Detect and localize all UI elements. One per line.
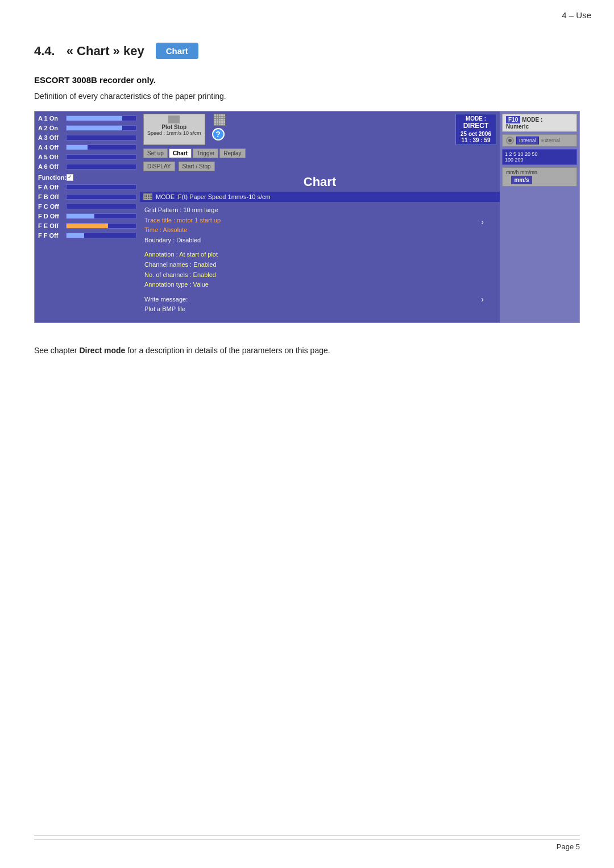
grid-pattern-line: Grid Pattern : 10 mm large [144,205,495,216]
page-number: Page 5 [557,842,580,851]
grid-section: Grid Pattern : 10 mm large Trace title :… [144,205,495,245]
channel-fb[interactable]: F B Off [35,192,140,201]
ui-screenshot: A 1 On A 2 On A 3 Off A 4 Off [34,111,580,323]
channel-fa-bar [66,184,136,190]
section-title: « Chart » key [67,44,144,59]
channel-a4[interactable]: A 4 Off [35,143,140,152]
internal-icon [506,137,514,144]
chart-big-label: Chart [304,175,336,189]
channel-a5-bar [66,154,136,160]
channel-ff-bar-fill [67,233,84,238]
bottom-text: See chapter Direct mode for a descriptio… [34,346,580,355]
function-label: Function: [38,174,67,181]
mode-right-value: Numeric [506,123,573,130]
trace-title-line: Trace title : motor 1 start up › [144,216,495,226]
mode-label: MODE : [466,115,486,122]
channel-fd-bar-fill [67,214,94,218]
channel-a2-bar-fill [67,126,122,130]
tab-trigger[interactable]: Trigger [193,148,218,158]
channel-fd-label: F D Off [38,213,64,220]
internal-button[interactable]: Internal [516,137,539,144]
channel-panel: A 1 On A 2 On A 3 Off A 4 Off [35,111,140,323]
mode-bar-text: MODE :F(t) Paper Speed 1mm/s-10 s/cm [156,193,271,200]
channel-fc-label: F C Off [38,203,64,210]
annotation-type-line: Annotation type : Value [144,280,495,290]
write-message-text: Write message: [144,295,188,305]
grid-question-area: ? [211,114,226,145]
right-panel: F10 MODE : Numeric Internal External 1 2… [500,111,579,323]
channel-a6-bar [66,164,136,170]
display-start-row: DISPLAY Start / Stop [140,160,500,172]
tab-replay[interactable]: Replay [219,148,245,158]
tab-start-stop[interactable]: Start / Stop [179,162,215,171]
channel-a5-label: A 5 Off [38,154,64,160]
description-text: Definition of every characteristics of t… [34,92,580,101]
channel-a1-label: A 1 On [38,115,64,122]
scale-numbers: 1 2 5 10 20 50 100 200 [505,151,538,163]
chart-key-button[interactable]: Chart [156,43,198,59]
mode-bar-icon [143,193,152,200]
tab-display[interactable]: DISPLAY [143,162,175,171]
direct-mode-bold: Direct mode [79,346,125,355]
write-message-line: Write message: › [144,295,495,305]
boundary-line: Boundary : Disabled [144,235,495,246]
channel-names-line: Channel names : Enabled [144,260,495,270]
channel-fd-bar [66,213,136,219]
tab-buttons: Set up Chart Trigger Replay [143,148,246,158]
page-header: 4 – Use [0,0,614,26]
tab-chart[interactable]: Chart [169,148,192,158]
channel-a6-label: A 6 Off [38,163,64,170]
plot-stop-icon [168,115,180,123]
channel-fb-label: F B Off [38,193,64,200]
channel-a5[interactable]: A 5 Off [35,152,140,162]
center-panel: Plot Stop Speed : 1mm/s 10 s/cm ? MODE :… [140,111,500,323]
channel-a1[interactable]: A 1 On [35,114,140,123]
mode-numeric-row: F10 MODE : [506,116,573,123]
channel-fb-bar [66,194,136,200]
page-header-label: 4 – Use [562,10,591,20]
section-number: 4.4. [34,44,55,59]
channel-a2-label: A 2 On [38,125,64,131]
time-line: Time : Absolute [144,225,495,235]
grid-icon [213,114,226,126]
mm-labels: mm/h mm/mn mm/s [506,170,537,184]
internal-icon-area [506,137,514,144]
section-heading: 4.4. « Chart » key Chart [34,43,580,59]
channel-a3-label: A 3 Off [38,134,64,141]
channel-a3[interactable]: A 3 Off [35,133,140,142]
recorder-subtitle: ESCORT 3008B recorder only. [34,75,580,85]
channel-fd[interactable]: F D Off [35,212,140,221]
speed-label: Speed : 1mm/s 10 s/cm [147,130,201,136]
channel-fa[interactable]: F A Off [35,183,140,192]
trace-title-arrow[interactable]: › [481,216,484,228]
mm-h-mn-label: mm/h mm/mn [506,170,537,175]
mode-right-label: MODE : [522,117,542,123]
mode-direct-box: MODE : DIRECT 25 oct 2006 11 : 39 : 59 [455,114,496,145]
mode-value: DIRECT [463,122,489,130]
channel-fc-bar [66,204,136,209]
annotation-section: Annotation : At start of plot Channel na… [144,250,495,290]
channel-ff-label: F F Off [38,232,64,239]
tab-setup[interactable]: Set up [143,148,168,158]
mm-box: mm/h mm/mn mm/s [502,167,577,187]
question-mark-icon[interactable]: ? [212,128,225,140]
int-ext-box: Internal External [502,134,577,147]
chart-title-row: Set up Chart Trigger Replay [140,146,500,160]
no-of-channels-line: No. of channels : Enabled [144,270,495,280]
channel-ff-bar [66,233,136,238]
scale-box: 1 2 5 10 20 50 100 200 [502,149,577,165]
footer-divider [34,840,580,840]
function-checkbox[interactable] [67,174,73,181]
channel-a6[interactable]: A 6 Off [35,162,140,171]
channel-fe[interactable]: F E Off [35,221,140,230]
channel-fc[interactable]: F C Off [35,202,140,211]
write-message-arrow[interactable]: › [481,295,484,305]
channel-a1-bar [66,115,136,121]
channel-a4-bar [66,144,136,150]
channel-a2[interactable]: A 2 On [35,123,140,133]
external-label: External [541,138,560,143]
channel-ff[interactable]: F F Off [35,231,140,240]
main-content: 4.4. « Chart » key Chart ESCORT 3008B re… [0,26,614,389]
channel-a1-bar-fill [67,116,122,121]
channel-a4-label: A 4 Off [38,144,64,151]
